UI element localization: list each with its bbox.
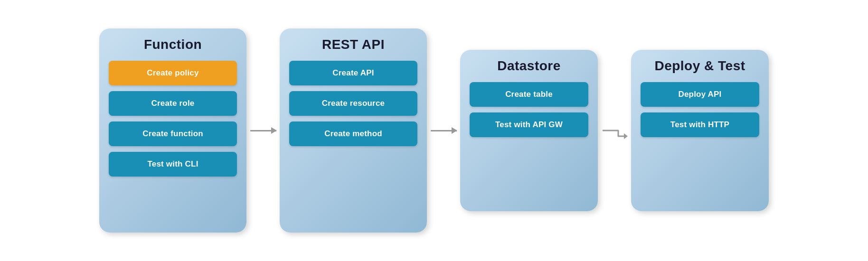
arrow-restapi-to-datastore	[427, 130, 460, 131]
rest-api-panel: REST API Create API Create resource Crea…	[280, 28, 427, 233]
deploy-api-button[interactable]: Deploy API	[641, 82, 759, 107]
create-api-button[interactable]: Create API	[289, 61, 417, 85]
create-function-button[interactable]: Create function	[109, 121, 237, 146]
arrow-function-to-restapi	[246, 130, 280, 131]
deploy-test-panel-title: Deploy & Test	[641, 58, 759, 74]
function-panel-title: Function	[109, 37, 237, 52]
test-with-api-gw-button[interactable]: Test with API GW	[470, 112, 588, 137]
arrow-datastore-to-deploy	[598, 116, 631, 145]
diagram: Function Create policy Create role Creat…	[80, 19, 788, 242]
test-with-http-button[interactable]: Test with HTTP	[641, 112, 759, 137]
create-policy-button[interactable]: Create policy	[109, 61, 237, 85]
rest-api-panel-title: REST API	[289, 37, 417, 52]
create-method-button[interactable]: Create method	[289, 121, 417, 146]
deploy-test-panel: Deploy & Test Deploy API Test with HTTP	[631, 50, 769, 211]
create-table-button[interactable]: Create table	[470, 82, 588, 107]
test-with-cli-button[interactable]: Test with CLI	[109, 152, 237, 177]
create-role-button[interactable]: Create role	[109, 91, 237, 116]
function-panel: Function Create policy Create role Creat…	[99, 28, 246, 233]
datastore-panel: Datastore Create table Test with API GW	[460, 50, 598, 211]
svg-marker-0	[624, 133, 628, 139]
create-resource-button[interactable]: Create resource	[289, 91, 417, 116]
datastore-panel-title: Datastore	[470, 58, 588, 74]
